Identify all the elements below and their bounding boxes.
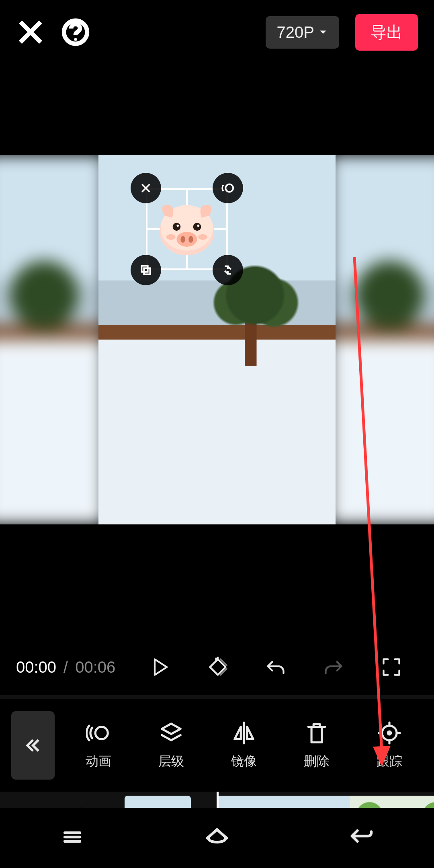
- svg-point-25: [388, 731, 391, 735]
- sticker-copy-handle[interactable]: [131, 255, 161, 285]
- total-time: 00:06: [75, 658, 115, 676]
- help-button[interactable]: [61, 18, 90, 47]
- svg-point-7: [197, 225, 200, 227]
- tool-delete[interactable]: 删除: [280, 721, 353, 770]
- tool-label: 跟踪: [377, 753, 402, 770]
- undo-button[interactable]: [258, 649, 293, 685]
- motion-icon: [220, 180, 235, 196]
- pig-sticker[interactable]: [153, 195, 221, 263]
- tool-layer[interactable]: 层级: [135, 721, 207, 770]
- system-nav-bar: [0, 808, 434, 868]
- tool-track[interactable]: 跟踪: [353, 721, 426, 770]
- playback-controls: 00:00 / 00:06: [0, 643, 434, 691]
- svg-point-11: [166, 234, 176, 240]
- svg-point-10: [188, 236, 193, 243]
- redo-button[interactable]: [316, 649, 351, 685]
- fullscreen-icon: [381, 657, 402, 678]
- home-icon: [204, 824, 230, 850]
- play-button[interactable]: [142, 649, 178, 685]
- svg-point-12: [198, 234, 207, 240]
- chevron-double-left-icon: [24, 736, 42, 755]
- redo-icon: [323, 657, 344, 678]
- undo-icon: [265, 657, 286, 678]
- mirror-icon: [231, 721, 256, 745]
- back-icon: [349, 824, 375, 850]
- tools-back-button[interactable]: [11, 711, 55, 780]
- close-button[interactable]: [16, 18, 45, 47]
- preview-blur-right: [330, 155, 434, 524]
- sticker-animate-handle[interactable]: [213, 173, 243, 203]
- video-preview[interactable]: [0, 155, 434, 524]
- sticker-rotate-handle[interactable]: [213, 255, 243, 285]
- pig-face-icon: [153, 195, 221, 263]
- export-button[interactable]: 导出: [355, 14, 418, 51]
- close-icon: [16, 18, 45, 47]
- nav-recent-button[interactable]: [59, 824, 85, 852]
- trash-icon: [304, 721, 329, 745]
- svg-point-23: [95, 727, 108, 739]
- play-icon: [149, 657, 170, 678]
- tool-label: 删除: [304, 753, 330, 770]
- sticker-delete-handle[interactable]: [131, 173, 161, 203]
- svg-point-9: [180, 236, 185, 243]
- recent-icon: [59, 824, 85, 850]
- tool-label: 动画: [86, 753, 111, 770]
- svg-point-13: [225, 184, 233, 192]
- resolution-label: 720P: [277, 23, 314, 41]
- preview-blur-left: [0, 155, 104, 524]
- time-separator: /: [61, 658, 70, 676]
- nav-back-button[interactable]: [349, 824, 375, 852]
- chevron-down-icon: [318, 27, 328, 37]
- tool-mirror[interactable]: 镜像: [207, 721, 280, 770]
- svg-point-4: [173, 223, 181, 231]
- keyframe-button[interactable]: [200, 649, 235, 685]
- current-time: 00:00: [16, 658, 56, 676]
- motion-icon: [86, 721, 111, 745]
- layer-icon: [159, 721, 184, 745]
- help-icon: [61, 18, 90, 47]
- tool-label: 层级: [158, 753, 184, 770]
- top-bar: 720P 导出: [0, 0, 434, 64]
- close-icon: [138, 180, 154, 196]
- track-icon: [377, 721, 402, 745]
- tool-row: 动画 层级 镜像 删除 跟踪: [0, 699, 434, 792]
- copy-icon: [138, 262, 154, 278]
- keyframe-icon: [207, 657, 228, 678]
- resolution-selector[interactable]: 720P: [266, 16, 339, 49]
- sticker-transform-box[interactable]: [131, 173, 243, 285]
- svg-point-1: [74, 38, 77, 41]
- svg-point-8: [177, 232, 197, 247]
- nav-home-button[interactable]: [204, 824, 230, 852]
- export-label: 导出: [371, 23, 403, 41]
- fullscreen-button[interactable]: [374, 649, 409, 685]
- tool-animation[interactable]: 动画: [62, 721, 135, 770]
- svg-point-6: [193, 223, 201, 231]
- tool-label: 镜像: [231, 753, 257, 770]
- rotate-icon: [220, 262, 235, 278]
- svg-point-5: [177, 225, 179, 227]
